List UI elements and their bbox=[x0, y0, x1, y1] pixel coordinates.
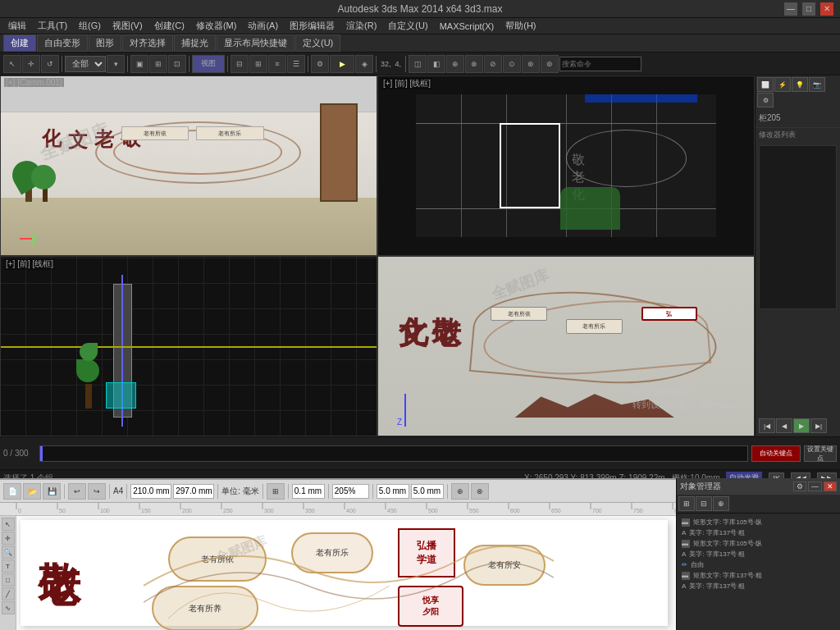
menu-graph-editor[interactable]: 图形编辑器 bbox=[285, 18, 340, 34]
tab-freeform[interactable]: 自由变形 bbox=[37, 34, 88, 52]
rp-tab-3[interactable]: 💡 bbox=[792, 77, 808, 92]
play-button[interactable]: ▶ bbox=[793, 418, 810, 433]
op-item-5[interactable]: ✏ 自由 bbox=[680, 559, 837, 570]
extra-tool-3[interactable]: ⊕ bbox=[446, 55, 464, 73]
move-tool-button[interactable]: ✛ bbox=[22, 55, 40, 73]
object-panel-controls[interactable]: ⚙ — ✕ bbox=[793, 482, 837, 491]
bl-zoom-btn[interactable]: 🔍 bbox=[2, 546, 15, 559]
set-key-button[interactable]: 设置关键点 bbox=[804, 445, 837, 462]
play-back-button[interactable]: ◀ bbox=[776, 418, 792, 433]
bt-new-button[interactable]: 📄 bbox=[3, 483, 21, 500]
op-settings-button[interactable]: ⚙ bbox=[793, 482, 806, 491]
op-close-button[interactable]: ✕ bbox=[824, 482, 837, 491]
window-controls[interactable]: — □ ✕ bbox=[784, 2, 833, 16]
bl-line-btn[interactable]: ╱ bbox=[2, 587, 15, 600]
bt-size1-input[interactable] bbox=[377, 484, 409, 499]
play-prev-button[interactable]: |◀ bbox=[759, 418, 775, 433]
bt-zoom-input[interactable] bbox=[332, 484, 369, 499]
tab-display[interactable]: 显示布局快捷键 bbox=[217, 34, 294, 52]
maximize-button[interactable]: □ bbox=[802, 2, 815, 16]
snap2d-button[interactable]: ⊞ bbox=[149, 55, 167, 73]
rotate-tool-button[interactable]: ↺ bbox=[41, 55, 59, 73]
bl-text-btn[interactable]: T bbox=[2, 559, 15, 573]
auto-key-button[interactable]: 自动关键点 bbox=[751, 445, 801, 462]
extra-tool-6[interactable]: ⊙ bbox=[503, 55, 521, 73]
tab-snap[interactable]: 捕捉光 bbox=[174, 34, 216, 52]
bt-redo-button[interactable]: ↪ bbox=[88, 483, 106, 500]
extra-tool-7[interactable]: ⊛ bbox=[522, 55, 540, 73]
layer-button[interactable]: ☰ bbox=[287, 55, 305, 73]
menu-create[interactable]: 创建(C) bbox=[149, 18, 189, 34]
viewport-left[interactable]: [+] [前] [线框] bbox=[0, 256, 377, 436]
menu-modifier[interactable]: 修改器(M) bbox=[191, 18, 242, 34]
bt-snap-input[interactable] bbox=[292, 484, 325, 499]
bt-undo-button[interactable]: ↩ bbox=[68, 483, 86, 500]
material-button[interactable]: ◈ bbox=[355, 55, 373, 73]
timeline-track[interactable] bbox=[39, 445, 748, 462]
rp-tab-4[interactable]: 📷 bbox=[809, 77, 825, 92]
selection-filter-dropdown[interactable]: 全部 bbox=[65, 56, 106, 72]
bt-size2-input[interactable] bbox=[411, 484, 444, 499]
bt-extra-2[interactable]: ⊗ bbox=[471, 483, 489, 500]
mirror-button[interactable]: ⊟ bbox=[231, 55, 249, 73]
bl-shape-btn[interactable]: □ bbox=[2, 573, 15, 587]
menu-maxscript[interactable]: MAXScript(X) bbox=[435, 20, 500, 33]
bl-bezier-btn[interactable]: ∿ bbox=[2, 601, 15, 614]
tab-define[interactable]: 定义(U) bbox=[295, 34, 340, 52]
array-button[interactable]: ⊞ bbox=[249, 55, 267, 73]
menu-render[interactable]: 渲染(R) bbox=[341, 18, 381, 34]
op-tool-3[interactable]: ⊕ bbox=[713, 496, 729, 511]
rp-tab-1[interactable]: ⬜ bbox=[757, 77, 774, 92]
view-button[interactable]: 视图 bbox=[192, 55, 225, 73]
extra-tool-8[interactable]: ⊚ bbox=[541, 55, 559, 73]
bt-height-input[interactable] bbox=[173, 484, 214, 499]
menu-custom[interactable]: 自定义(U) bbox=[383, 18, 432, 34]
viewport-persp[interactable]: 敬老文化 老有所依 老有所乐 弘 bbox=[377, 256, 755, 436]
rp-tab-5[interactable]: ⚙ bbox=[757, 93, 774, 107]
op-item-2[interactable]: A 美字: 字库137号·粗 bbox=[680, 527, 837, 538]
snap-button[interactable]: ▣ bbox=[130, 55, 148, 73]
viewport-camera[interactable]: [+] [Camm.001] 敬老文化 老有所依 bbox=[0, 75, 377, 256]
minimize-button[interactable]: — bbox=[784, 2, 797, 16]
extra-tool-5[interactable]: ⊘ bbox=[484, 55, 502, 73]
extra-tool-4[interactable]: ⊗ bbox=[465, 55, 483, 73]
op-minimize-button[interactable]: — bbox=[808, 482, 822, 491]
op-tool-1[interactable]: ⊞ bbox=[678, 496, 695, 511]
tab-align[interactable]: 对齐选择 bbox=[122, 34, 173, 52]
select-tool-button[interactable]: ↖ bbox=[3, 55, 21, 73]
filter-button[interactable]: ▾ bbox=[107, 55, 125, 73]
close-button[interactable]: ✕ bbox=[820, 2, 833, 16]
extra-tool-1[interactable]: ◫ bbox=[409, 55, 427, 73]
rp-tab-2[interactable]: ⚡ bbox=[774, 77, 791, 92]
op-item-1[interactable]: ▬ 矩形文字: 字库105号·纵 bbox=[680, 517, 837, 527]
bt-open-button[interactable]: 📂 bbox=[23, 483, 41, 500]
bt-width-input[interactable] bbox=[130, 484, 171, 499]
snap3d-button[interactable]: ⊡ bbox=[168, 55, 186, 73]
play-next-button[interactable]: ▶| bbox=[810, 418, 827, 433]
bt-snap-toggle[interactable]: ⊞ bbox=[267, 483, 285, 500]
bl-move-btn[interactable]: ✛ bbox=[2, 532, 15, 545]
render-setup-button[interactable]: ⚙ bbox=[311, 55, 329, 73]
viewport-front[interactable]: [+] [前] [线框] bbox=[377, 75, 755, 256]
bt-extra-1[interactable]: ⊕ bbox=[451, 483, 469, 500]
menu-view[interactable]: 视图(V) bbox=[107, 18, 148, 34]
render-button[interactable]: ▶ bbox=[330, 55, 354, 73]
search-input[interactable] bbox=[559, 57, 641, 71]
op-item-6[interactable]: ▬ 矩形文字: 字库137号·粗 bbox=[680, 570, 837, 581]
bl-select-btn[interactable]: ↖ bbox=[2, 518, 15, 531]
op-item-3[interactable]: ▬ 矩形文字: 字库105号·纵 bbox=[680, 538, 837, 549]
modifier-list[interactable] bbox=[759, 145, 837, 309]
menu-edit[interactable]: 编辑 bbox=[3, 18, 31, 34]
menu-animation[interactable]: 动画(A) bbox=[243, 18, 283, 34]
extra-tool-2[interactable]: ◧ bbox=[427, 55, 445, 73]
menu-tools[interactable]: 工具(T) bbox=[33, 18, 72, 34]
align-button[interactable]: ≡ bbox=[268, 55, 286, 73]
op-item-7[interactable]: A 美字: 字库137号·粗 bbox=[680, 581, 837, 591]
menu-help[interactable]: 帮助(H) bbox=[500, 18, 541, 34]
tab-create[interactable]: 创建 bbox=[3, 34, 36, 52]
bt-save-button[interactable]: 💾 bbox=[43, 483, 61, 500]
tab-shape[interactable]: 图形 bbox=[89, 34, 121, 52]
menu-group[interactable]: 组(G) bbox=[74, 18, 106, 34]
op-item-4[interactable]: A 美字: 字库137号·粗 bbox=[680, 549, 837, 559]
op-tool-2[interactable]: ⊟ bbox=[696, 496, 712, 511]
